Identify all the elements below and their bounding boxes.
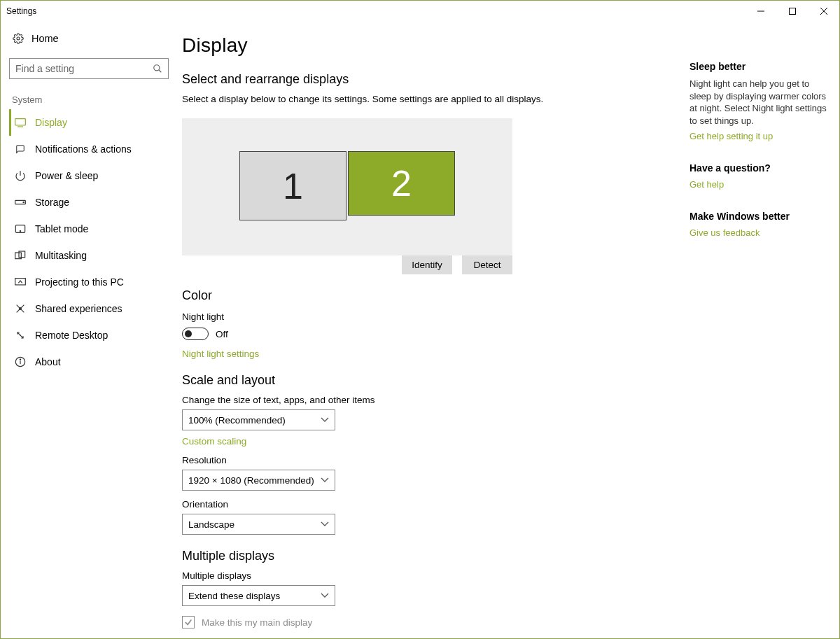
close-button[interactable] — [808, 1, 839, 22]
svg-line-21 — [20, 335, 23, 338]
svg-point-24 — [20, 359, 20, 360]
sleep-better-heading: Sleep better — [690, 61, 828, 72]
sidebar-item-tablet[interactable]: Tablet mode — [9, 216, 171, 242]
sidebar-item-label: Storage — [35, 197, 69, 208]
sidebar-item-remote[interactable]: Remote Desktop — [9, 322, 171, 349]
better-heading: Make Windows better — [690, 211, 828, 222]
main-display-checkbox — [182, 616, 195, 629]
right-sidebar: Sleep better Night light can help you ge… — [676, 22, 839, 638]
arrange-desc: Select a display below to change its set… — [182, 94, 676, 104]
maximize-button[interactable] — [776, 1, 808, 22]
sidebar-item-label: Power & sleep — [35, 170, 98, 181]
svg-point-4 — [17, 37, 20, 40]
chevron-down-icon — [321, 417, 329, 423]
remote-icon — [14, 329, 27, 342]
resolution-select[interactable]: 1920 × 1080 (Recommended) — [182, 470, 335, 491]
feedback-link[interactable]: Give us feedback — [690, 227, 828, 238]
sidebar: Home Find a setting System Display Notif… — [1, 22, 179, 638]
multiple-displays-label: Multiple displays — [182, 570, 676, 581]
sidebar-item-label: Notifications & actions — [35, 143, 132, 155]
svg-rect-1 — [789, 8, 795, 15]
scale-heading: Scale and layout — [182, 373, 676, 388]
notifications-icon — [14, 143, 27, 155]
gear-icon — [12, 32, 24, 45]
resolution-label: Resolution — [182, 455, 676, 465]
sidebar-item-label: Projecting to this PC — [35, 276, 124, 288]
search-placeholder: Find a setting — [15, 63, 74, 74]
home-label: Home — [31, 33, 59, 44]
main-display-label: Make this my main display — [202, 617, 312, 628]
display-icon — [14, 116, 27, 129]
text-size-label: Change the size of text, apps, and other… — [182, 395, 676, 405]
titlebar: Settings — [1, 1, 839, 22]
sidebar-item-label: Multitasking — [35, 250, 87, 261]
question-heading: Have a question? — [690, 162, 828, 174]
sidebar-item-label: Display — [35, 117, 67, 128]
sidebar-item-power[interactable]: Power & sleep — [9, 162, 171, 189]
svg-rect-15 — [19, 251, 25, 258]
info-icon — [14, 356, 27, 368]
sidebar-item-label: About — [35, 356, 61, 367]
power-icon — [14, 169, 27, 182]
night-light-settings-link[interactable]: Night light settings — [182, 349, 676, 359]
svg-point-11 — [23, 202, 24, 202]
window-title: Settings — [6, 6, 36, 16]
sidebar-item-display[interactable]: Display — [9, 109, 171, 136]
orientation-value: Landscape — [188, 519, 234, 530]
tablet-icon — [14, 223, 27, 235]
night-light-state: Off — [216, 329, 228, 339]
sidebar-item-label: Tablet mode — [35, 223, 88, 234]
sleep-better-link[interactable]: Get help setting it up — [690, 131, 828, 141]
sidebar-item-label: Shared experiences — [35, 303, 122, 314]
sidebar-item-shared[interactable]: Shared experiences — [9, 295, 171, 322]
detect-button[interactable]: Detect — [462, 255, 512, 274]
display-arrangement-area[interactable]: 1 2 — [182, 118, 512, 255]
monitor-1[interactable]: 1 — [239, 151, 346, 220]
sidebar-item-about[interactable]: About — [9, 349, 171, 375]
sidebar-item-projecting[interactable]: Projecting to this PC — [9, 269, 171, 295]
main-content: Display Select and rearrange displays Se… — [179, 22, 676, 638]
projecting-icon — [14, 276, 27, 288]
night-light-label: Night light — [182, 311, 676, 322]
svg-point-19 — [20, 308, 22, 310]
svg-rect-7 — [15, 119, 26, 125]
svg-rect-14 — [15, 253, 22, 259]
multiple-displays-select[interactable]: Extend these displays — [182, 585, 335, 606]
color-heading: Color — [182, 288, 676, 303]
monitor-2[interactable]: 2 — [348, 151, 455, 216]
chevron-down-icon — [321, 477, 329, 483]
search-input[interactable]: Find a setting — [9, 58, 169, 79]
svg-line-6 — [159, 70, 162, 73]
orientation-select[interactable]: Landscape — [182, 514, 335, 535]
sidebar-item-notifications[interactable]: Notifications & actions — [9, 136, 171, 162]
text-size-select[interactable]: 100% (Recommended) — [182, 409, 335, 430]
storage-icon — [14, 196, 27, 209]
text-size-value: 100% (Recommended) — [188, 415, 286, 426]
resolution-value: 1920 × 1080 (Recommended) — [188, 475, 314, 486]
arrange-heading: Select and rearrange displays — [182, 72, 676, 87]
identify-button[interactable]: Identify — [402, 255, 452, 274]
custom-scaling-link[interactable]: Custom scaling — [182, 436, 676, 447]
orientation-label: Orientation — [182, 499, 676, 510]
home-button[interactable]: Home — [9, 22, 171, 51]
sidebar-category: System — [12, 94, 171, 105]
shared-icon — [14, 302, 27, 315]
sidebar-item-label: Remote Desktop — [35, 330, 108, 341]
sidebar-item-multitasking[interactable]: Multitasking — [9, 242, 171, 269]
sidebar-item-storage[interactable]: Storage — [9, 189, 171, 216]
svg-point-5 — [154, 65, 160, 71]
multitasking-icon — [14, 249, 27, 262]
multiple-displays-value: Extend these displays — [188, 591, 280, 601]
page-title: Display — [182, 34, 676, 57]
sleep-better-text: Night light can help you get to sleep by… — [690, 78, 828, 127]
minimize-button[interactable] — [745, 1, 776, 22]
search-icon — [153, 64, 162, 73]
multiple-displays-heading: Multiple displays — [182, 549, 676, 563]
get-help-link[interactable]: Get help — [690, 179, 828, 190]
chevron-down-icon — [321, 521, 329, 527]
night-light-toggle[interactable] — [182, 328, 209, 340]
svg-rect-16 — [15, 279, 26, 285]
svg-point-13 — [20, 231, 20, 232]
chevron-down-icon — [321, 593, 329, 598]
